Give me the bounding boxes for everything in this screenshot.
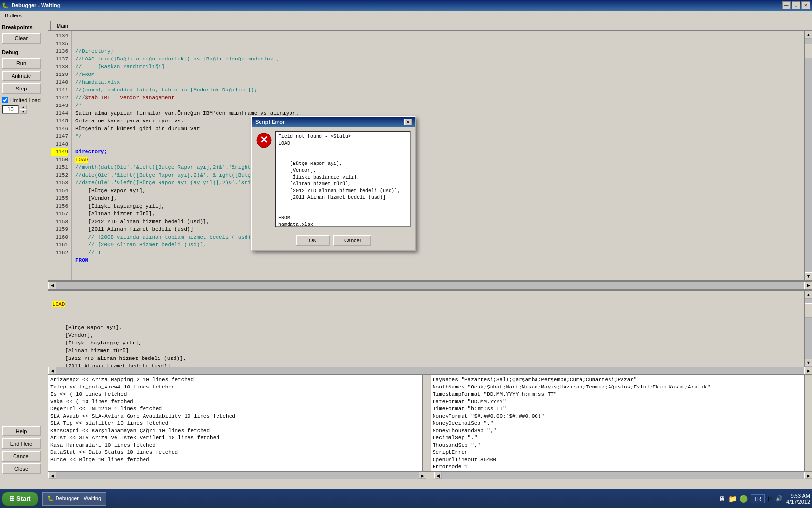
taskbar-icon-vol: 🔊 [776, 495, 783, 502]
taskbar-system-icons: 🖥 📁 🟢 TR 🏳 🔊 [715, 494, 786, 503]
script-error-dialog: Script Error ✕ ✕ OK Cancel [251, 116, 416, 251]
dialog-title-bar: Script Error ✕ [252, 117, 415, 127]
svg-text:✕: ✕ [260, 134, 268, 145]
clock: 9:53 AM 4/17/2012 [786, 493, 810, 505]
taskbar-icon-3: 🟢 [740, 495, 748, 503]
taskbar: ⊞ Start 🐛 Debugger - Waiting 🖥 📁 🟢 TR 🏳 … [0, 489, 812, 508]
dialog-buttons: OK Cancel [252, 232, 415, 250]
taskbar-icon-flag: 🏳 [768, 496, 773, 502]
dialog-close-button[interactable]: ✕ [404, 119, 412, 125]
taskbar-items: 🐛 Debugger - Waiting [42, 492, 711, 506]
dialog-error-text[interactable] [276, 131, 411, 227]
taskbar-icon-2: 📁 [728, 495, 737, 503]
start-button[interactable]: ⊞ Start [2, 492, 38, 506]
start-label: Start [16, 495, 31, 502]
language-badge: TR [751, 494, 765, 503]
dialog-body: ✕ [252, 127, 415, 232]
dialog-text-area [276, 131, 411, 228]
clock-time: 9:53 AM [786, 493, 810, 499]
dialog-ok-button[interactable]: OK [296, 235, 330, 246]
modal-overlay: Script Error ✕ ✕ OK Cancel [0, 0, 812, 508]
error-icon: ✕ [256, 133, 272, 228]
taskbar-icon-1: 🖥 [719, 495, 725, 503]
taskbar-item-debugger[interactable]: 🐛 Debugger - Waiting [42, 492, 106, 506]
dialog-cancel-button[interactable]: Cancel [334, 235, 371, 246]
clock-date: 4/17/2012 [786, 499, 810, 505]
windows-logo: ⊞ [9, 495, 14, 502]
dialog-title-text: Script Error [255, 119, 285, 125]
